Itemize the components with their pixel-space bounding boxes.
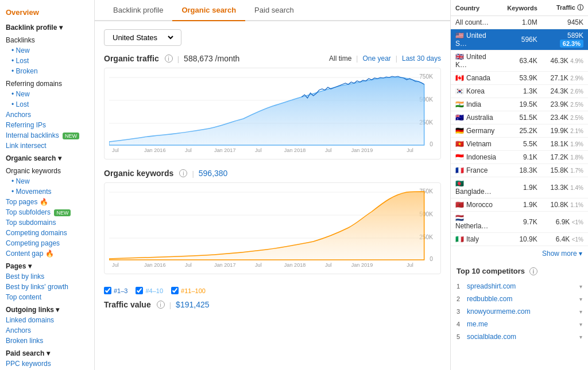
sidebar-section-paid-search[interactable]: Paid search ▾ [0,346,94,359]
legend-item-11-100[interactable]: #11–100 [171,287,206,294]
sidebar-section-referring-domains: Referring domains [0,76,94,89]
all-countries-label: All count… [451,16,502,29]
organic-traffic-value: 588,673 /month [184,54,239,63]
tab-paid-search[interactable]: Paid search [245,0,303,21]
country-row-6[interactable]: 🇩🇪Germany 25.2K 19.9K 2.1% [451,124,588,138]
legend-checkbox-11-100[interactable] [171,287,179,294]
country-row-9[interactable]: 🇫🇷France 18.3K 15.8K 1.7% [451,164,588,177]
competitor-item-3[interactable]: 4 me.me ▾ [457,318,582,330]
country-row-10[interactable]: 🇧🇩Banglade… 1.9K 13.3K 1.4% [451,177,588,198]
sidebar-item-new-organic[interactable]: • New [0,176,94,186]
country-row-13[interactable]: 🇮🇹Italy 10.9K 6.4K <1% [451,233,588,246]
info-icon-comp: i [529,267,537,275]
competitor-num-4: 5 [457,333,467,340]
sidebar-item-broken-backlinks[interactable]: • Broken [0,66,94,76]
svg-text:Jul: Jul [407,147,413,153]
sidebar-item-movements[interactable]: • Movements [0,186,94,197]
svg-text:Jan 2016: Jan 2016 [144,262,166,268]
time-all[interactable]: All time [329,54,351,63]
sidebar-item-competing-domains[interactable]: Competing domains [0,228,94,238]
legend-checkbox-4-10[interactable] [136,287,143,294]
sidebar-item-content-gap[interactable]: Content gap 🔥 [0,248,94,259]
country-traffic-3: 24.3K 2.6% [542,85,588,98]
sidebar-section-backlink-profile[interactable]: Backlink profile ▾ [0,20,94,33]
svg-text:Jan 2018: Jan 2018 [284,147,306,153]
legend-checkbox-1-3[interactable] [104,287,111,294]
sidebar-section-outgoing-links[interactable]: Outgoing links ▾ [0,302,94,315]
country-row-2[interactable]: 🇨🇦Canada 53.9K 27.1K 2.9% [451,72,588,85]
country-table: Country Keywords Traffic ⓘ All count… 1.… [451,0,588,246]
country-row-4[interactable]: 🇮🇳India 19.5K 23.9K 2.5% [451,98,588,111]
country-selector[interactable]: United States All countries United Kingd… [104,29,181,46]
right-panel: Country Keywords Traffic ⓘ All count… 1.… [450,0,588,370]
legend-item-1-3[interactable]: #1–3 [104,287,127,294]
country-table-body: All count… 1.0M 945K 🇺🇸United S… 596K 58… [451,16,588,246]
info-icon-keywords: i [179,169,187,177]
country-row-8[interactable]: 🇮🇩Indonesia 9.1K 17.2K 1.8% [451,151,588,164]
tab-organic-search[interactable]: Organic search [172,0,245,21]
country-name-7: 🇻🇳Vietnam [451,138,502,151]
sidebar-item-top-pages[interactable]: Top pages 🔥 [0,197,94,207]
organic-keywords-header: Organic keywords i | 596,380 [104,169,441,178]
country-name-1: 🇬🇧United K… [451,50,502,72]
sidebar-item-lost-backlinks[interactable]: • Lost [0,56,94,66]
country-row-12[interactable]: 🇳🇱Netherla… 9.7K 6.9K <1% [451,212,588,233]
sidebar-item-competing-pages[interactable]: Competing pages [0,238,94,248]
sidebar-item-linked-domains[interactable]: Linked domains [0,315,94,325]
sidebar-section-pages[interactable]: Pages ▾ [0,259,94,271]
country-row-0[interactable]: 🇺🇸United S… 596K 589K 62.3% [451,29,588,50]
svg-text:Jul: Jul [325,262,332,268]
legend-item-4-10[interactable]: #4–10 [136,287,163,294]
country-row-5[interactable]: 🇦🇺Australia 51.5K 23.4K 2.5% [451,111,588,124]
country-name-8: 🇮🇩Indonesia [451,151,502,164]
competitor-item-1[interactable]: 2 redbubble.com ▾ [457,293,582,305]
competitor-item-4[interactable]: 5 socialblade.com ▾ [457,330,582,343]
sidebar-item-best-by-links[interactable]: Best by links [0,271,94,282]
competitor-item-0[interactable]: 1 spreadshirt.com ▾ [457,280,582,293]
sidebar-item-anchors-1[interactable]: Anchors [0,110,94,120]
svg-text:0: 0 [430,141,433,147]
main-content: Backlink profile Organic search Paid sea… [95,0,450,370]
country-select[interactable]: United States All countries United Kingd… [110,33,175,42]
time-last-30[interactable]: Last 30 days [402,54,441,63]
sidebar-item-best-by-links-growth[interactable]: Best by links' growth [0,282,94,292]
competitors-title: Top 10 competitors i [457,267,582,275]
sidebar-item-lost-referring[interactable]: • Lost [0,99,94,110]
sidebar-item-internal-backlinks[interactable]: Internal backlinks NEW [0,130,94,141]
sidebar-overview[interactable]: Overview [0,5,94,20]
sidebar-item-anchors-2[interactable]: Anchors [0,325,94,336]
svg-text:Jan 2017: Jan 2017 [214,147,236,153]
sidebar-item-top-subfolders[interactable]: Top subfolders NEW [0,207,94,217]
country-row-1[interactable]: 🇬🇧United K… 63.4K 46.3K 4.9% [451,50,588,72]
traffic-value-title: Traffic value [104,300,151,309]
sidebar-item-top-subdomains[interactable]: Top subdomains [0,217,94,228]
show-more-btn[interactable]: Show more ▾ [451,246,588,261]
sidebar-item-broken-links[interactable]: Broken links [0,336,94,346]
country-name-10: 🇧🇩Banglade… [451,177,502,198]
svg-text:750K: 750K [419,73,433,80]
time-one-year[interactable]: One year [362,54,390,63]
tab-backlink-profile[interactable]: Backlink profile [104,0,172,21]
country-selector-wrapper: United States All countries United Kingd… [104,29,441,54]
sidebar-item-link-intersect[interactable]: Link intersect [0,141,94,151]
sidebar-item-top-content[interactable]: Top content [0,292,94,302]
sidebar-section-organic-search[interactable]: Organic search ▾ [0,151,94,163]
all-countries-row[interactable]: All count… 1.0M 945K [451,16,588,29]
sidebar-item-new-referring[interactable]: • New [0,89,94,99]
country-keywords-8: 9.1K [502,151,542,164]
sidebar-item-referring-ips[interactable]: Referring IPs [0,120,94,130]
competitor-item-2[interactable]: 3 knowyourmeme.com ▾ [457,305,582,318]
country-row-7[interactable]: 🇻🇳Vietnam 5.5K 18.1K 1.9% [451,138,588,151]
info-icon-table: ⓘ [577,4,583,11]
country-traffic-8: 17.2K 1.8% [542,151,588,164]
time-selectors: All time | One year | Last 30 days [329,54,441,63]
country-row-3[interactable]: 🇰🇷Korea 1.3K 24.3K 2.6% [451,85,588,98]
col-traffic: Traffic ⓘ [542,0,588,16]
country-row-11[interactable]: 🇲🇦Morocco 1.9K 10.8K 1.1% [451,198,588,212]
sidebar: Overview Backlink profile ▾ Backlinks • … [0,0,95,370]
chevron-icon-2: ▾ [579,309,582,315]
sidebar-item-ppc-keywords[interactable]: PPC keywords [0,359,94,369]
sidebar-item-new-backlinks[interactable]: • New [0,45,94,56]
country-traffic-4: 23.9K 2.5% [542,98,588,111]
country-traffic-6: 19.9K 2.1% [542,124,588,138]
